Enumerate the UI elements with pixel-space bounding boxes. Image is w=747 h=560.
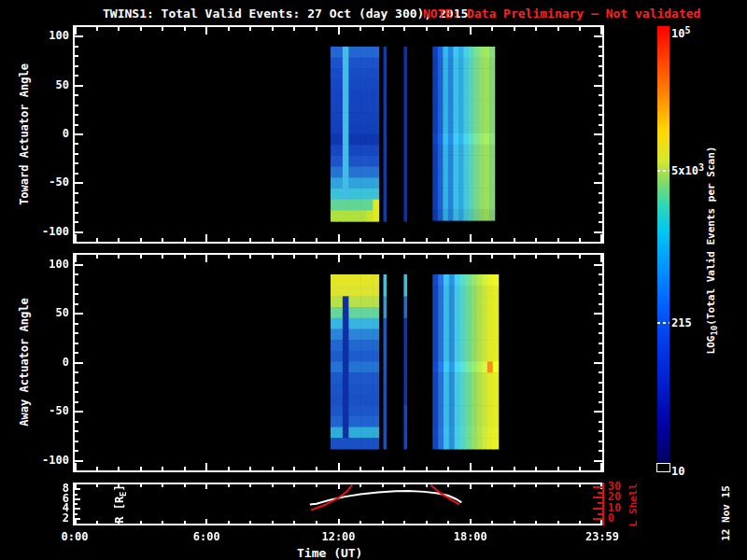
axis-tick [228, 27, 230, 31]
axis-tick [599, 173, 602, 175]
axis-tick [599, 192, 602, 194]
colorbar-tick-label: 5x103 [671, 165, 704, 177]
axis-tick [316, 27, 317, 31]
axis-tick [184, 255, 186, 259]
axis-tick [470, 27, 472, 35]
axis-tick [579, 238, 581, 242]
axis-tick [403, 255, 405, 259]
axis-tick [205, 255, 207, 262]
axis-tick [338, 463, 340, 470]
axis-tick [593, 486, 602, 488]
axis-tick [514, 521, 515, 524]
axis-tick [184, 27, 186, 31]
axis-tick [599, 55, 602, 57]
ephemeris-canvas [75, 484, 602, 524]
axis-tick [599, 450, 602, 452]
axis-tick [514, 255, 515, 259]
axis-tick [75, 488, 80, 490]
axis-tick [75, 105, 78, 106]
tick-label: 6:00 [178, 531, 234, 543]
tick-label: 8 [49, 483, 69, 495]
toward-panel [73, 25, 604, 244]
axis-tick [228, 238, 230, 242]
axis-tick [140, 484, 142, 487]
axis-tick [579, 255, 581, 259]
axis-tick [600, 463, 602, 470]
axis-tick [75, 323, 78, 325]
tick-label: 0 [28, 128, 69, 140]
axis-tick [96, 238, 98, 242]
axis-tick [205, 463, 207, 470]
axis-tick [598, 513, 602, 515]
axis-tick [599, 153, 602, 155]
axis-tick [579, 484, 581, 487]
axis-tick [75, 391, 78, 393]
axis-tick [293, 521, 295, 524]
axis-tick [557, 27, 559, 31]
axis-tick [75, 35, 83, 37]
axis-tick [557, 255, 559, 259]
axis-tick [599, 162, 602, 164]
axis-tick [514, 27, 515, 31]
axis-tick [75, 518, 80, 520]
axis-tick [598, 502, 602, 504]
axis-tick [293, 238, 295, 242]
axis-tick [96, 521, 98, 524]
axis-tick [272, 27, 274, 31]
axis-tick [491, 27, 493, 31]
axis-tick [316, 238, 317, 242]
axis-tick [382, 467, 384, 470]
axis-tick [96, 27, 98, 31]
axis-tick [75, 503, 78, 505]
axis-tick [184, 467, 186, 470]
away-spectrogram-canvas [75, 255, 602, 470]
axis-tick [426, 255, 428, 259]
axis-tick [205, 27, 207, 35]
colorbar-underflow-box [656, 463, 670, 472]
axis-tick [75, 173, 78, 175]
axis-tick [426, 484, 428, 487]
axis-tick [593, 518, 602, 520]
axis-tick [75, 255, 77, 262]
axis-tick [75, 153, 78, 155]
axis-tick [514, 484, 515, 487]
axis-tick [447, 521, 449, 524]
axis-tick [75, 371, 78, 373]
axis-tick [491, 255, 493, 259]
axis-tick [75, 221, 78, 223]
axis-tick [293, 27, 295, 31]
axis-tick [557, 238, 559, 242]
axis-tick [579, 27, 581, 31]
axis-tick [599, 114, 602, 116]
axis-tick [75, 430, 78, 432]
axis-tick [75, 27, 77, 35]
axis-tick [75, 231, 83, 233]
axis-tick [599, 105, 602, 106]
axis-tick [75, 75, 78, 77]
axis-tick [184, 521, 186, 524]
colorbar-dash-tick [657, 322, 669, 324]
colorbar-dash-tick [657, 170, 669, 172]
axis-tick [599, 293, 602, 295]
axis-tick [118, 27, 120, 31]
axis-tick [338, 484, 340, 489]
axis-tick [228, 521, 230, 524]
axis-tick [293, 484, 295, 487]
away-panel [73, 253, 604, 472]
axis-tick [426, 27, 428, 31]
axis-tick [75, 460, 83, 462]
axis-tick [594, 133, 602, 135]
axis-tick [403, 238, 405, 242]
axis-tick [162, 238, 163, 242]
axis-tick [594, 231, 602, 233]
tick-label: 50 [28, 307, 69, 319]
axis-tick [599, 441, 602, 442]
axis-tick [272, 467, 274, 470]
axis-tick [599, 65, 602, 67]
axis-tick [593, 497, 602, 498]
axis-tick [403, 27, 405, 31]
axis-tick [359, 467, 361, 470]
axis-tick [75, 273, 78, 275]
axis-tick [535, 484, 537, 487]
axis-tick [599, 46, 602, 48]
